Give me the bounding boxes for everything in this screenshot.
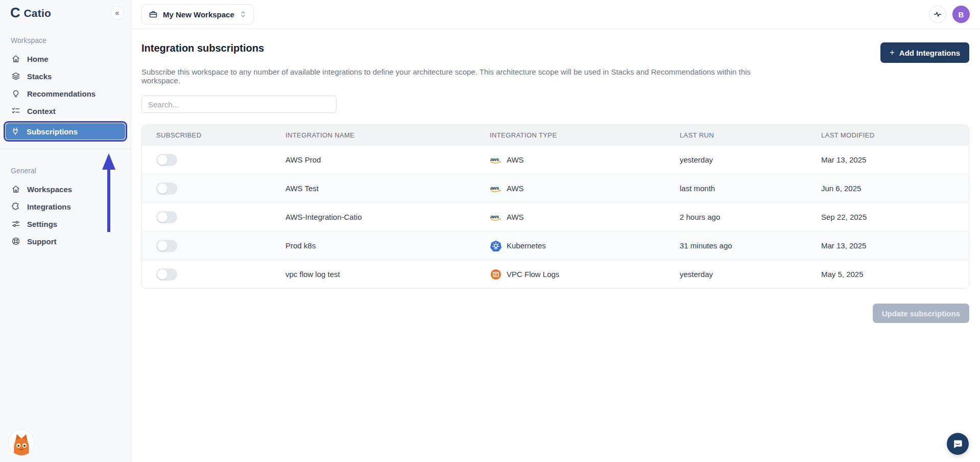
last-modified-cell: Jun 6, 2025 [807,184,969,193]
sidebar-item-context[interactable]: Context [6,103,125,119]
nav-label: Settings [27,220,57,228]
integration-type-cell: awsAWS [475,154,665,166]
section-label-workspace: Workspace [0,26,131,50]
table-row: AWS ProdawsAWSyesterdayMar 13, 2025 [142,145,969,174]
page-subtitle: Subscribe this workspace to any number o… [141,67,775,85]
table-row: vpc flow log testVPC Flow LogsyesterdayM… [142,260,969,288]
toggle-knob [157,155,168,165]
vpc-flow-logs-icon [490,268,502,281]
briefcase-icon [149,10,158,19]
integration-type-cell: awsAWS [475,211,665,223]
workspace-selector[interactable]: My New Workspace [141,4,254,25]
plug-icon [11,127,20,136]
app-root: C Catio « Workspace Home Stacks Recommen… [0,0,980,462]
stacks-icon [11,72,20,81]
svg-text:aws: aws [490,214,499,219]
table-row: AWS-Integration-CatioawsAWS2 hours agoSe… [142,202,969,231]
sidebar-item-workspaces[interactable]: Workspaces [6,181,125,197]
sidebar-item-subscriptions[interactable]: Subscriptions [6,123,125,140]
chat-launcher-button[interactable] [947,433,969,455]
integration-type-label: AWS [507,213,524,221]
chat-bubble-icon [952,438,963,449]
integration-name-cell: vpc flow log test [271,270,475,279]
integration-type-cell: awsAWS [475,182,665,195]
nav-label: Subscriptions [27,127,78,136]
subscriptions-table: SUBSCRIBED INTEGRATION NAME INTEGRATION … [141,125,969,289]
update-subscriptions-button[interactable]: Update subscriptions [873,304,969,323]
app-name: Catio [24,7,52,19]
nav-label: Workspaces [27,185,72,194]
subscribe-toggle[interactable] [156,211,177,223]
nav-label: Stacks [27,72,52,81]
last-modified-cell: May 5, 2025 [807,270,969,279]
aws-icon: aws [490,211,502,223]
integration-name-cell: AWS-Integration-Catio [271,213,475,221]
integration-name-cell: AWS Test [271,184,475,193]
activity-button[interactable] [929,6,946,23]
nav-label: Home [27,55,49,63]
workspace-name: My New Workspace [163,10,234,19]
last-modified-cell: Mar 13, 2025 [807,155,969,164]
sidebar-item-recommendations[interactable]: Recommendations [6,85,125,102]
sidebar-item-stacks[interactable]: Stacks [6,68,125,84]
last-run-cell: last month [665,184,807,193]
last-run-cell: 31 minutes ago [665,241,807,250]
aws-icon: aws [490,182,502,195]
kubernetes-icon [490,240,502,252]
lifebuoy-icon [11,237,20,246]
sidebar-collapse-button[interactable]: « [110,6,124,20]
subscribe-toggle[interactable] [156,268,177,281]
sliders-icon [11,219,20,228]
column-header-integration-name: INTEGRATION NAME [271,131,475,139]
subscribe-toggle[interactable] [156,182,177,195]
subscribe-toggle[interactable] [156,240,177,252]
topbar: My New Workspace B [131,0,980,29]
lightbulb-icon [11,89,20,98]
toggle-knob [157,183,168,194]
main-area: My New Workspace B Integration subscript… [131,0,980,462]
add-integrations-label: Add Integrations [899,49,960,57]
last-run-cell: yesterday [665,155,807,164]
sidebar-item-support[interactable]: Support [6,233,125,249]
section-label-general: General [0,156,131,180]
integration-type-label: Kubernetes [507,241,546,250]
cat-mascot-avatar[interactable] [8,429,35,456]
search-input[interactable] [141,96,337,113]
add-integrations-button[interactable]: + Add Integrations [880,42,969,63]
catio-logo-icon: C [10,6,20,20]
column-header-last-run: LAST RUN [665,131,807,139]
home-icon [11,54,20,63]
integration-name-cell: Prod k8s [271,241,475,250]
nav-label: Context [27,107,56,115]
svg-text:aws: aws [490,185,499,191]
toggle-knob [157,269,168,280]
column-header-subscribed: SUBSCRIBED [142,131,271,139]
sidebar-item-integrations[interactable]: Integrations [6,198,125,215]
integration-type-label: AWS [507,184,524,193]
last-run-cell: 2 hours ago [665,213,807,221]
sidebar-divider [0,149,131,149]
column-header-integration-type: INTEGRATION TYPE [475,131,665,139]
catio-logo[interactable]: C Catio [10,6,51,20]
sidebar: C Catio « Workspace Home Stacks Recommen… [0,0,131,462]
nav-label: Support [27,237,57,246]
page-title: Integration subscriptions [141,42,264,54]
table-header-row: SUBSCRIBED INTEGRATION NAME INTEGRATION … [142,125,969,145]
house-icon [11,184,20,194]
table-body: AWS ProdawsAWSyesterdayMar 13, 2025AWS T… [142,145,969,288]
sidebar-item-settings[interactable]: Settings [6,216,125,232]
pulse-icon [933,10,942,19]
integration-type-label: VPC Flow Logs [507,270,559,279]
integration-type-cell: VPC Flow Logs [475,268,665,281]
chevron-up-down-icon [240,10,247,18]
table-row: Prod k8sKubernetes31 minutes agoMar 13, … [142,231,969,260]
puzzle-icon [11,202,20,211]
aws-icon: aws [490,154,502,166]
toggle-knob [157,212,168,222]
subscribe-toggle[interactable] [156,154,177,166]
content: Integration subscriptions + Add Integrat… [131,29,980,323]
sidebar-item-home[interactable]: Home [6,51,125,67]
user-avatar[interactable]: B [952,6,970,23]
table-row: AWS TestawsAWSlast monthJun 6, 2025 [142,174,969,202]
nav-label: Recommendations [27,89,95,98]
